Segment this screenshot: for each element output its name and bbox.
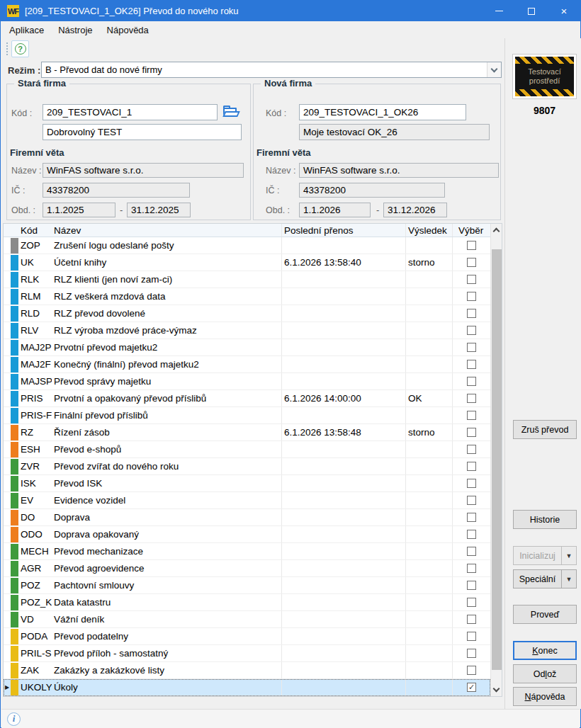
row-select-checkbox[interactable]: [467, 462, 476, 471]
table-row-ev[interactable]: EVEvidence vozidel: [4, 492, 490, 509]
table-row-poda[interactable]: PODAPřevod podatelny: [4, 628, 490, 645]
table-row-odo[interactable]: ODODoprava opakovaný: [4, 526, 490, 543]
postpone-button[interactable]: Odlož: [513, 664, 577, 683]
scrollbar-thumb[interactable]: [492, 249, 502, 670]
table-row-zvr[interactable]: ZVRPřevod zvířat do nového roku: [4, 458, 490, 475]
new-firm-kod-input[interactable]: 209_TESTOVACI_1_OK26: [299, 104, 466, 120]
old-firm-kod-input[interactable]: 209_TESTOVACI_1: [43, 104, 218, 120]
table-row-rlv[interactable]: RLVRLZ výroba mzdové práce-výmaz: [4, 322, 490, 339]
table-row-zak[interactable]: ZAKZakázky a zakázkové listy: [4, 662, 490, 679]
scroll-down-button[interactable]: [491, 683, 502, 696]
row-select-checkbox[interactable]: [467, 479, 476, 488]
column-header-posledni-prenos[interactable]: Poslední přenos: [281, 224, 405, 237]
maximize-button[interactable]: [515, 1, 548, 21]
row-select-checkbox[interactable]: [467, 547, 476, 556]
row-result: [405, 492, 452, 508]
table-row-uk[interactable]: UKÚčetní knihy6.1.2026 13:58:40storno: [4, 254, 490, 271]
row-result: storno: [405, 424, 452, 440]
row-select-checkbox[interactable]: [467, 496, 476, 505]
row-select-checkbox[interactable]: [467, 258, 476, 267]
column-header-nazev[interactable]: Název: [52, 224, 281, 237]
toolbar-grip-handle[interactable]: [6, 42, 8, 55]
help-button-bottom[interactable]: Nápověda: [513, 687, 577, 706]
row-select-checkbox[interactable]: [467, 394, 476, 403]
open-folder-icon[interactable]: [222, 106, 239, 119]
old-firm-ic-field: 43378200: [43, 183, 190, 198]
row-select-checkbox[interactable]: [467, 241, 476, 250]
row-color-indicator: [11, 305, 18, 322]
row-select-checkbox[interactable]: [467, 275, 476, 284]
table-row-mech[interactable]: MECHPřevod mechanizace: [4, 543, 490, 560]
table-row-pris-f[interactable]: PRIS-FFinální převod příslibů: [4, 407, 490, 424]
table-row-esh[interactable]: ESHPřevod e-shopů: [4, 441, 490, 458]
table-row-do[interactable]: DODoprava: [4, 509, 490, 526]
table-row-poz[interactable]: POZPachtovní smlouvy: [4, 577, 490, 594]
table-row-poz_kn[interactable]: POZ_KNData katastru: [4, 594, 490, 611]
row-result: [405, 322, 452, 339]
row-select-checkbox[interactable]: [467, 530, 476, 539]
mode-combobox-dropdown-button[interactable]: [487, 62, 501, 77]
column-header-vyber[interactable]: Výběr: [452, 224, 490, 237]
table-row-pril-s[interactable]: PRIL-SPřevod příloh - samostatný: [4, 645, 490, 662]
special-button[interactable]: Speciální: [513, 569, 561, 588]
row-code: RLV: [18, 322, 52, 339]
execute-button[interactable]: Proveď: [513, 605, 577, 624]
row-select-checkbox[interactable]: ✓: [467, 683, 476, 692]
table-row-rlk[interactable]: RLKRLZ klienti (jen noví zam-ci): [4, 271, 490, 288]
row-select-checkbox[interactable]: [467, 615, 476, 624]
row-select-checkbox[interactable]: [467, 581, 476, 590]
row-select-checkbox[interactable]: [467, 513, 476, 522]
row-color-indicator: [11, 611, 18, 627]
help-button[interactable]: ?: [11, 40, 29, 57]
table-row-rz[interactable]: RZŘízení zásob6.1.2026 13:58:48storno: [4, 424, 490, 441]
close-button[interactable]: ×: [548, 1, 580, 21]
table-row-pris[interactable]: PRISPrvotní a opakovaný převod příslibů6…: [4, 390, 490, 407]
table-row-isk[interactable]: ISKPřevod ISK: [4, 475, 490, 492]
table-row-majspr[interactable]: MAJSPRPřevod správy majetku: [4, 373, 490, 390]
special-dropdown-button[interactable]: ▼: [561, 569, 577, 588]
row-select-checkbox[interactable]: [467, 309, 476, 318]
header-gutter: [4, 224, 11, 237]
row-select-checkbox[interactable]: [467, 377, 476, 386]
info-icon[interactable]: i: [7, 712, 21, 726]
menu-item-nastroje[interactable]: Nástroje: [51, 21, 99, 38]
minimize-icon: [495, 11, 503, 11]
row-last-transfer: [281, 543, 405, 559]
table-row-maj2f[interactable]: MAJ2FKonečný (finální) převod majetku2: [4, 356, 490, 373]
row-select-checkbox[interactable]: [467, 428, 476, 437]
table-row-rld[interactable]: RLDRLZ převod dovolené: [4, 305, 490, 322]
old-firm-name-input[interactable]: Dobrovolný TEST: [43, 124, 242, 140]
table-row-ukoly[interactable]: ▶UKOLYÚkoly✓: [4, 679, 490, 696]
minimize-button[interactable]: [483, 1, 515, 21]
menu-item-napoveda[interactable]: Nápověda: [100, 21, 156, 38]
scroll-up-button[interactable]: [491, 224, 502, 237]
cancel-transfer-button[interactable]: Zruš převod: [513, 420, 577, 439]
initialize-dropdown-button[interactable]: ▼: [561, 546, 577, 565]
menu-item-aplikace[interactable]: Aplikace: [2, 21, 51, 38]
column-header-kod[interactable]: Kód: [18, 224, 52, 237]
row-select-checkbox[interactable]: [467, 445, 476, 454]
table-row-zop[interactable]: ZOPZrušení logu odeslané pošty: [4, 237, 490, 254]
table-row-rlm[interactable]: RLMRLZ veškerá mzdová data: [4, 288, 490, 305]
history-button[interactable]: Historie: [513, 510, 577, 529]
table-row-maj2p[interactable]: MAJ2PPrvotní převod majetku2: [4, 339, 490, 356]
table-row-agr[interactable]: AGRPřevod agroevidence: [4, 560, 490, 577]
row-select-checkbox[interactable]: [467, 564, 476, 573]
row-select-checkbox[interactable]: [467, 632, 476, 641]
row-select-checkbox[interactable]: [467, 292, 476, 301]
mode-combobox[interactable]: B - Převod dat do nové firmy: [41, 62, 502, 78]
table-row-vd[interactable]: VDVážní deník: [4, 611, 490, 628]
row-select-checkbox[interactable]: [467, 649, 476, 658]
table-scrollbar[interactable]: [490, 224, 502, 696]
row-name: Převod mechanizace: [52, 543, 281, 559]
row-select-checkbox[interactable]: [467, 343, 476, 352]
row-checkbox-cell: [452, 458, 490, 474]
row-select-checkbox[interactable]: [467, 360, 476, 369]
column-header-vysledek[interactable]: Výsledek: [405, 224, 452, 237]
row-checkbox-cell: [452, 543, 490, 559]
end-button[interactable]: Konec: [513, 641, 577, 660]
row-select-checkbox[interactable]: [467, 598, 476, 607]
row-select-checkbox[interactable]: [467, 666, 476, 675]
row-select-checkbox[interactable]: [467, 326, 476, 335]
row-select-checkbox[interactable]: [467, 411, 476, 420]
